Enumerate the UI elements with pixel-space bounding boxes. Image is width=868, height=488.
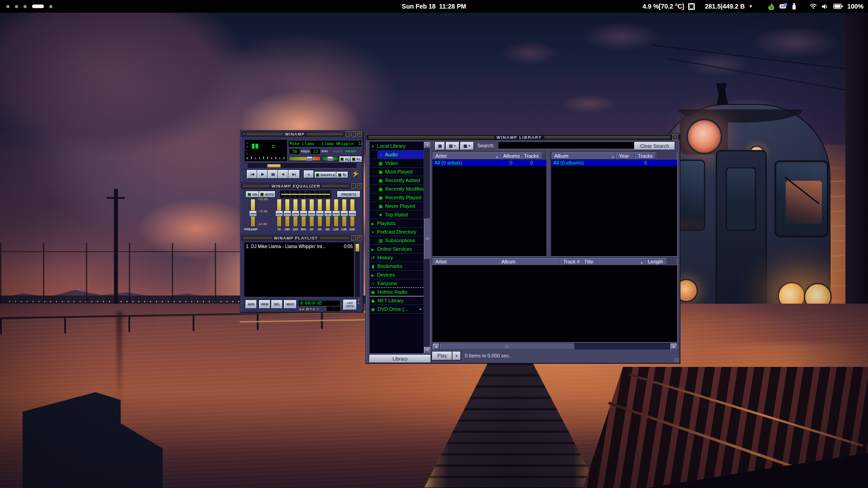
sidebar-item-nft-library[interactable]: ◆ NFT Library	[370, 296, 424, 305]
pl-toggle-button[interactable]: PL	[351, 156, 362, 162]
band-thumb[interactable]	[292, 211, 299, 216]
usb-device-icon[interactable]	[792, 3, 797, 10]
resize-grip[interactable]	[675, 358, 679, 362]
sidebar-item-recently-modified[interactable]: ▣ Recently Modified	[370, 185, 430, 193]
sidebar-item-local-library[interactable]: ▼ Local Library	[370, 142, 424, 150]
battery-percent-text[interactable]: 100%	[847, 3, 863, 10]
network-traffic-text[interactable]: 281.5|449.2 B	[705, 3, 745, 10]
column-header-albums[interactable]: Albums	[500, 152, 521, 160]
column-header-tracks[interactable]: Tracks	[635, 152, 656, 160]
pause-button[interactable]: ▮▮	[268, 170, 278, 178]
clutterbar[interactable]: OA ID V	[246, 141, 250, 160]
artist-row-all[interactable]: All (0 artists) 0 0	[433, 160, 547, 166]
shade-button[interactable]: ▫	[351, 183, 356, 188]
mini-stop-button[interactable]: ■	[310, 307, 312, 310]
sidebar-item-history[interactable]: ↺ History	[370, 253, 424, 262]
play-button[interactable]: ▶	[257, 170, 268, 178]
tree-expanded-icon[interactable]: ▼	[370, 143, 376, 150]
column-header-album[interactable]: Album	[499, 258, 561, 265]
playlist-time-display[interactable]: 0:00/0:05	[298, 300, 340, 306]
sidebar-scrollbar[interactable]: ▲ ▼	[424, 142, 430, 353]
eq-band-slider-14k[interactable]	[342, 199, 347, 227]
scroll-thumb[interactable]	[440, 343, 575, 350]
band-thumb[interactable]	[332, 211, 340, 216]
eq-presets-button[interactable]: PRESETS	[337, 191, 360, 197]
tree-collapsed-icon[interactable]: ▶	[370, 220, 376, 228]
eq-band-slider-320[interactable]	[293, 199, 298, 227]
seek-bar[interactable]	[248, 163, 357, 169]
next-button[interactable]: ▶|	[288, 170, 300, 178]
eq-band-slider-180[interactable]	[285, 199, 290, 227]
sidebar-item-top-rated[interactable]: ★ Top Rated	[370, 211, 430, 219]
sidebar-item-playlists[interactable]: ▶ Playlists	[370, 219, 424, 228]
sidebar-item-hotmix-radio[interactable]: ◉ Hotmix Radio	[370, 288, 424, 296]
battery-icon[interactable]	[833, 4, 843, 9]
cpu-icon[interactable]	[688, 3, 695, 10]
winamp-main-window[interactable]: ≈ WINAMP – ▫ × OA ID V Mike Llama - Llam…	[240, 130, 363, 183]
sidebar-item-most-played[interactable]: ▣ Most Played	[370, 168, 430, 176]
mini-play-button[interactable]: ▶	[302, 307, 305, 310]
search-input[interactable]	[498, 142, 635, 149]
band-thumb[interactable]	[300, 211, 307, 216]
equalizer-titlebar[interactable]: WINAMP EQUALIZER ▫ ×	[241, 183, 363, 189]
horizontal-scrollbar[interactable]: ◀ ▶	[432, 343, 678, 350]
eject-button[interactable]: ▲	[304, 170, 314, 178]
cpu-usage-text[interactable]: 4.9 %[70.2 °C]	[642, 3, 684, 10]
toolbar-columns-button[interactable]: ▦ ▼	[460, 142, 474, 150]
stop-button[interactable]: ■	[278, 170, 289, 178]
mini-pause-button[interactable]: ▮▮	[306, 307, 309, 310]
band-thumb[interactable]	[275, 211, 283, 216]
eq-auto-button[interactable]: AUTO	[259, 191, 275, 197]
toolbar-view-button[interactable]: ▤ ▼	[446, 142, 459, 150]
clear-search-button[interactable]: Clear Search	[634, 142, 675, 150]
sidebar-item-dvd-drive[interactable]: ◉ DVD Drive (... ▲	[370, 305, 424, 314]
add-button[interactable]: ADD	[245, 300, 257, 309]
scroll-thumb[interactable]	[424, 219, 430, 259]
playlist-item[interactable]: 1. DJ Mike Llama - Llama Whippin' Int...…	[245, 243, 354, 250]
sidebar-item-fanzone[interactable]: ○ Fanzone	[370, 279, 424, 288]
sidebar-item-never-played[interactable]: ▣ Never Played	[370, 202, 430, 211]
scroll-up-button[interactable]: ▲	[424, 142, 430, 148]
pane-splitter[interactable]	[547, 152, 551, 256]
volume-icon[interactable]	[821, 4, 829, 9]
band-thumb[interactable]	[308, 211, 316, 216]
scroll-right-button[interactable]: ▶	[670, 343, 677, 350]
winamp-playlist-window[interactable]: WINAMP PLAYLIST ▫ × 1. DJ Mike Llama - L…	[240, 234, 363, 313]
column-header-length[interactable]: Length	[645, 258, 667, 265]
band-thumb[interactable]	[283, 211, 291, 216]
tray-app-green-icon[interactable]	[767, 3, 775, 10]
winamp-equalizer-window[interactable]: WINAMP EQUALIZER ▫ × ON AUTO PRESETS +12…	[240, 182, 363, 235]
close-button[interactable]: ×	[357, 183, 362, 188]
eq-toggle-button[interactable]: EQ	[340, 156, 351, 162]
volume-slider[interactable]	[289, 156, 321, 161]
rem-button[interactable]: REM	[259, 300, 270, 309]
library-view-button[interactable]: Library	[369, 355, 431, 363]
column-header-album[interactable]: Album▲	[552, 152, 616, 160]
winamp-library-window[interactable]: WINAMP LIBRARY × ▼ Local Library ♪ Audio…	[365, 133, 680, 364]
album-row-all[interactable]: All (0 albums) 0	[552, 160, 677, 166]
tree-collapsed-icon[interactable]: ▶	[370, 272, 376, 279]
close-button[interactable]: ×	[357, 131, 362, 136]
playlist-scrollbar[interactable]	[354, 242, 360, 297]
eq-band-slider-1k[interactable]	[309, 199, 314, 227]
shade-button[interactable]: ▫	[351, 131, 356, 136]
eq-band-slider-600[interactable]	[301, 199, 306, 227]
close-button[interactable]: ×	[357, 235, 362, 240]
tree-expanded-icon[interactable]: ▼	[370, 229, 376, 236]
eq-on-button[interactable]: ON	[246, 191, 259, 197]
winamp-main-titlebar[interactable]: ≈ WINAMP – ▫ ×	[241, 131, 363, 137]
sel-button[interactable]: SEL	[271, 300, 283, 309]
sidebar-item-video[interactable]: ▦ Video	[370, 159, 430, 168]
column-header-tracks[interactable]: Tracks	[521, 152, 542, 160]
close-button[interactable]: ×	[672, 135, 678, 140]
scroll-down-button[interactable]: ▼	[424, 347, 430, 353]
play-dropdown-button[interactable]: ▼	[453, 352, 461, 360]
eq-band-slider-3k[interactable]	[317, 199, 322, 227]
band-thumb[interactable]	[340, 211, 348, 216]
band-thumb[interactable]	[316, 211, 324, 216]
sidebar-item-recently-played[interactable]: ▣ Recently Played	[370, 193, 430, 202]
volume-thumb[interactable]	[307, 156, 312, 161]
prev-button[interactable]: |◀	[247, 170, 258, 178]
seek-thumb[interactable]	[267, 164, 281, 168]
library-titlebar[interactable]: WINAMP LIBRARY ×	[366, 134, 679, 140]
